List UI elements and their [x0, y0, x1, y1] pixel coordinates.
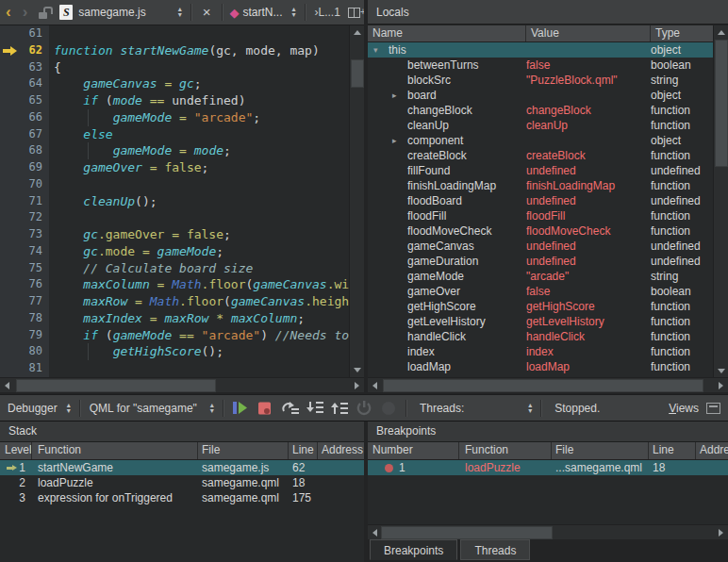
locals-row[interactable]: gameOverfalseboolean	[368, 284, 713, 299]
line-number-cell[interactable]: 64	[0, 75, 49, 92]
code-line[interactable]: // Calculate board size	[54, 260, 349, 277]
locals-row[interactable]: betweenTurnsfalseboolean	[368, 58, 713, 73]
step-out-button[interactable]	[329, 400, 350, 417]
code-line[interactable]: gc.gameOver = false;	[54, 226, 349, 243]
code-line[interactable]: gameOver = false;	[54, 159, 349, 176]
line-number-cell[interactable]: 76	[0, 276, 49, 293]
session-dropdown-icon[interactable]: ▴▾	[210, 403, 214, 414]
locals-row[interactable]: createBlockcreateBlockfunction	[368, 148, 713, 163]
line-number-cell[interactable]: 71	[0, 193, 49, 210]
views-menu-button[interactable]: Views	[669, 402, 699, 415]
stack-row[interactable]: 2loadPuzzlesamegame.qml18	[0, 475, 364, 490]
line-number-cell[interactable]: 61	[0, 25, 49, 42]
line-number-cell[interactable]: 67	[0, 126, 49, 143]
line-number-cell[interactable]: 78	[0, 310, 49, 327]
line-number-cell[interactable]: 70	[0, 176, 49, 193]
column-header-level[interactable]: Level	[0, 442, 32, 459]
locals-row[interactable]: finishLoadingMapfinishLoadingMapfunction	[368, 178, 713, 193]
scroll-left-icon[interactable]	[0, 378, 14, 392]
scrollbar-thumb[interactable]	[16, 379, 216, 392]
split-editor-icon[interactable]: +	[348, 8, 360, 18]
code-line[interactable]: gameMode = "arcade";	[54, 109, 349, 126]
code-line[interactable]: maxRow = Math.floor(gameCanvas.height	[54, 293, 349, 310]
symbol-dropdown-icon[interactable]: ▴▾	[292, 7, 296, 18]
step-over-button[interactable]	[280, 400, 301, 417]
locals-column-header[interactable]: Name Value Type	[368, 25, 713, 42]
views-menu-icon[interactable]	[706, 403, 720, 414]
column-header-file[interactable]: File	[198, 442, 289, 459]
locals-vertical-scrollbar[interactable]	[713, 25, 728, 378]
breakpoint-row[interactable]: 1loadPuzzle...samegame.qml18	[368, 460, 728, 475]
line-number-cell[interactable]: 69	[0, 159, 49, 176]
line-number-cell[interactable]: 66	[0, 109, 49, 126]
open-document-label[interactable]: samegame.js	[78, 6, 145, 19]
document-dropdown-icon[interactable]: ▴▾	[178, 7, 182, 18]
scroll-up-icon[interactable]	[714, 25, 728, 40]
code-line[interactable]: maxColumn = Math.floor(gameCanvas.wid	[54, 276, 349, 293]
locals-row[interactable]: ▸boardobject	[368, 88, 713, 103]
code-line[interactable]: function startNewGame(gc, mode, map)	[54, 42, 349, 59]
code-line[interactable]: cleanUp();	[54, 193, 349, 210]
locals-horizontal-scrollbar[interactable]	[368, 377, 728, 392]
close-document-icon[interactable]: ×	[197, 2, 217, 23]
locals-row[interactable]: indexindexfunction	[368, 344, 713, 359]
scroll-right-icon[interactable]	[714, 378, 728, 392]
locals-row[interactable]: loadMaploadMapfunction	[368, 359, 713, 374]
line-number-cell[interactable]: 63	[0, 59, 49, 76]
stop-button[interactable]	[256, 400, 276, 417]
tab-breakpoints[interactable]: Breakpoints	[370, 539, 457, 560]
line-number-cell[interactable]: 74	[0, 243, 49, 260]
scrollbar-thumb[interactable]	[351, 59, 364, 88]
editor-vertical-scrollbar[interactable]	[349, 25, 364, 377]
scroll-right-icon[interactable]	[350, 378, 364, 392]
column-header-value[interactable]: Value	[526, 25, 651, 41]
line-number-cell[interactable]: 62	[0, 42, 49, 59]
column-header-file[interactable]: File	[552, 442, 649, 459]
scroll-down-icon[interactable]	[714, 364, 728, 378]
locals-row[interactable]: getHighScoregetHighScorefunction	[368, 299, 713, 314]
locals-row[interactable]: ▸componentobject	[368, 133, 713, 148]
code-line[interactable]	[54, 25, 349, 42]
locals-row[interactable]: floodFillfloodFillfunction	[368, 208, 713, 223]
code-line[interactable]: else	[54, 126, 349, 143]
locals-row[interactable]: getLevelHistorygetLevelHistoryfunction	[368, 314, 713, 329]
line-number-cell[interactable]: 72	[0, 209, 49, 226]
locals-row[interactable]: changeBlockchangeBlockfunction	[368, 103, 713, 118]
column-header-line[interactable]: Line	[649, 442, 696, 459]
code-line[interactable]: gameMode = mode;	[54, 142, 349, 159]
continue-button[interactable]	[231, 400, 252, 417]
column-header-line[interactable]: Line	[289, 442, 318, 459]
scroll-right-icon[interactable]	[714, 525, 728, 539]
locals-row[interactable]: gameMode"arcade"string	[368, 269, 713, 284]
scrollbar-thumb[interactable]	[383, 379, 703, 392]
editor-horizontal-scrollbar[interactable]	[0, 377, 364, 392]
line-number-cell[interactable]: 75	[0, 260, 49, 277]
code-line[interactable]: maxIndex = maxRow * maxColumn;	[54, 310, 349, 327]
breakpoints-horizontal-scrollbar[interactable]	[368, 524, 728, 539]
scrollbar-thumb[interactable]	[715, 40, 728, 167]
scroll-left-icon[interactable]	[368, 378, 382, 392]
column-header-name[interactable]: Name	[368, 25, 526, 41]
column-header-address[interactable]: Address	[696, 442, 728, 459]
scroll-left-icon[interactable]	[368, 525, 382, 539]
code-line[interactable]	[54, 360, 349, 377]
stack-row[interactable]: 3expression for onTriggeredsamegame.qml1…	[0, 490, 364, 505]
code-line[interactable]: {	[54, 59, 349, 76]
locals-row[interactable]: handleClickhandleClickfunction	[368, 329, 713, 344]
column-header-function[interactable]: Function	[459, 442, 552, 459]
code-line[interactable]	[54, 209, 349, 226]
line-number-cell[interactable]: 73	[0, 226, 49, 243]
back-icon[interactable]: ‹	[0, 1, 17, 24]
locals-row[interactable]: blockSrc"PuzzleBlock.qml"string	[368, 73, 713, 88]
locals-row[interactable]: gameCanvasundefinedundefined	[368, 239, 713, 254]
debugger-engine-label[interactable]: Debugger	[8, 402, 58, 415]
code-line[interactable]	[54, 176, 349, 193]
line-number-cell[interactable]: 65	[0, 92, 49, 109]
step-into-button[interactable]	[305, 400, 325, 417]
line-number-cell[interactable]: 79	[0, 327, 49, 344]
locals-row[interactable]: floodBoardundefinedundefined	[368, 193, 713, 208]
symbol-select-label[interactable]: startN...	[243, 6, 283, 19]
record-button[interactable]	[378, 400, 399, 417]
column-header-address[interactable]: Address	[318, 442, 364, 459]
column-header-function[interactable]: Function	[32, 442, 198, 459]
